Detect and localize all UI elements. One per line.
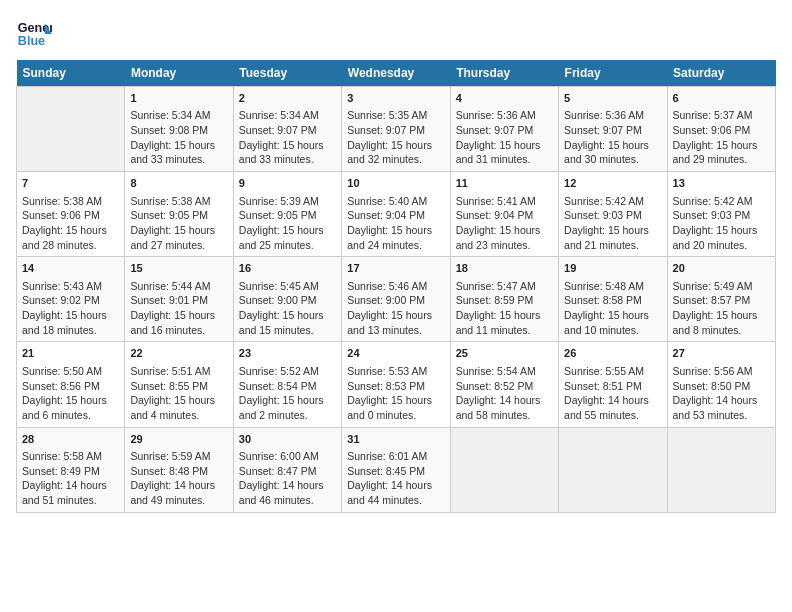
calendar-cell: 18Sunrise: 5:47 AM Sunset: 8:59 PM Dayli… bbox=[450, 257, 558, 342]
day-info: Sunrise: 5:43 AM Sunset: 9:02 PM Dayligh… bbox=[22, 279, 119, 338]
day-info: Sunrise: 5:49 AM Sunset: 8:57 PM Dayligh… bbox=[673, 279, 770, 338]
day-info: Sunrise: 6:01 AM Sunset: 8:45 PM Dayligh… bbox=[347, 449, 444, 508]
day-number: 7 bbox=[22, 176, 119, 191]
day-number: 3 bbox=[347, 91, 444, 106]
col-header-friday: Friday bbox=[559, 60, 667, 87]
day-info: Sunrise: 5:42 AM Sunset: 9:03 PM Dayligh… bbox=[673, 194, 770, 253]
day-number: 9 bbox=[239, 176, 336, 191]
day-info: Sunrise: 5:47 AM Sunset: 8:59 PM Dayligh… bbox=[456, 279, 553, 338]
calendar-cell: 30Sunrise: 6:00 AM Sunset: 8:47 PM Dayli… bbox=[233, 427, 341, 512]
day-number: 10 bbox=[347, 176, 444, 191]
page-header: General Blue bbox=[16, 16, 776, 52]
day-number: 30 bbox=[239, 432, 336, 447]
day-info: Sunrise: 5:54 AM Sunset: 8:52 PM Dayligh… bbox=[456, 364, 553, 423]
calendar-cell bbox=[450, 427, 558, 512]
day-info: Sunrise: 5:45 AM Sunset: 9:00 PM Dayligh… bbox=[239, 279, 336, 338]
calendar-cell: 10Sunrise: 5:40 AM Sunset: 9:04 PM Dayli… bbox=[342, 172, 450, 257]
calendar-cell: 17Sunrise: 5:46 AM Sunset: 9:00 PM Dayli… bbox=[342, 257, 450, 342]
calendar-cell: 29Sunrise: 5:59 AM Sunset: 8:48 PM Dayli… bbox=[125, 427, 233, 512]
day-info: Sunrise: 5:46 AM Sunset: 9:00 PM Dayligh… bbox=[347, 279, 444, 338]
calendar-cell: 24Sunrise: 5:53 AM Sunset: 8:53 PM Dayli… bbox=[342, 342, 450, 427]
day-number: 19 bbox=[564, 261, 661, 276]
col-header-sunday: Sunday bbox=[17, 60, 125, 87]
day-info: Sunrise: 5:55 AM Sunset: 8:51 PM Dayligh… bbox=[564, 364, 661, 423]
day-info: Sunrise: 5:34 AM Sunset: 9:07 PM Dayligh… bbox=[239, 108, 336, 167]
col-header-saturday: Saturday bbox=[667, 60, 775, 87]
calendar-table: SundayMondayTuesdayWednesdayThursdayFrid… bbox=[16, 60, 776, 513]
day-info: Sunrise: 5:37 AM Sunset: 9:06 PM Dayligh… bbox=[673, 108, 770, 167]
calendar-cell: 6Sunrise: 5:37 AM Sunset: 9:06 PM Daylig… bbox=[667, 87, 775, 172]
day-number: 14 bbox=[22, 261, 119, 276]
day-number: 2 bbox=[239, 91, 336, 106]
day-info: Sunrise: 5:50 AM Sunset: 8:56 PM Dayligh… bbox=[22, 364, 119, 423]
calendar-cell: 4Sunrise: 5:36 AM Sunset: 9:07 PM Daylig… bbox=[450, 87, 558, 172]
calendar-cell: 20Sunrise: 5:49 AM Sunset: 8:57 PM Dayli… bbox=[667, 257, 775, 342]
day-number: 4 bbox=[456, 91, 553, 106]
day-number: 18 bbox=[456, 261, 553, 276]
day-number: 6 bbox=[673, 91, 770, 106]
day-number: 25 bbox=[456, 346, 553, 361]
calendar-cell: 25Sunrise: 5:54 AM Sunset: 8:52 PM Dayli… bbox=[450, 342, 558, 427]
day-number: 15 bbox=[130, 261, 227, 276]
calendar-cell: 21Sunrise: 5:50 AM Sunset: 8:56 PM Dayli… bbox=[17, 342, 125, 427]
col-header-monday: Monday bbox=[125, 60, 233, 87]
calendar-cell: 1Sunrise: 5:34 AM Sunset: 9:08 PM Daylig… bbox=[125, 87, 233, 172]
calendar-cell: 5Sunrise: 5:36 AM Sunset: 9:07 PM Daylig… bbox=[559, 87, 667, 172]
col-header-tuesday: Tuesday bbox=[233, 60, 341, 87]
day-info: Sunrise: 5:34 AM Sunset: 9:08 PM Dayligh… bbox=[130, 108, 227, 167]
day-info: Sunrise: 5:36 AM Sunset: 9:07 PM Dayligh… bbox=[564, 108, 661, 167]
calendar-cell bbox=[667, 427, 775, 512]
day-info: Sunrise: 5:52 AM Sunset: 8:54 PM Dayligh… bbox=[239, 364, 336, 423]
day-number: 28 bbox=[22, 432, 119, 447]
day-info: Sunrise: 5:56 AM Sunset: 8:50 PM Dayligh… bbox=[673, 364, 770, 423]
calendar-cell: 27Sunrise: 5:56 AM Sunset: 8:50 PM Dayli… bbox=[667, 342, 775, 427]
day-info: Sunrise: 5:51 AM Sunset: 8:55 PM Dayligh… bbox=[130, 364, 227, 423]
day-number: 5 bbox=[564, 91, 661, 106]
calendar-cell bbox=[559, 427, 667, 512]
day-number: 23 bbox=[239, 346, 336, 361]
day-info: Sunrise: 5:41 AM Sunset: 9:04 PM Dayligh… bbox=[456, 194, 553, 253]
calendar-cell: 28Sunrise: 5:58 AM Sunset: 8:49 PM Dayli… bbox=[17, 427, 125, 512]
calendar-cell: 8Sunrise: 5:38 AM Sunset: 9:05 PM Daylig… bbox=[125, 172, 233, 257]
calendar-cell: 2Sunrise: 5:34 AM Sunset: 9:07 PM Daylig… bbox=[233, 87, 341, 172]
day-info: Sunrise: 5:44 AM Sunset: 9:01 PM Dayligh… bbox=[130, 279, 227, 338]
day-number: 20 bbox=[673, 261, 770, 276]
svg-text:Blue: Blue bbox=[18, 34, 45, 48]
day-info: Sunrise: 5:38 AM Sunset: 9:06 PM Dayligh… bbox=[22, 194, 119, 253]
logo-icon: General Blue bbox=[16, 16, 52, 52]
calendar-cell: 12Sunrise: 5:42 AM Sunset: 9:03 PM Dayli… bbox=[559, 172, 667, 257]
day-number: 29 bbox=[130, 432, 227, 447]
day-number: 13 bbox=[673, 176, 770, 191]
day-number: 8 bbox=[130, 176, 227, 191]
col-header-thursday: Thursday bbox=[450, 60, 558, 87]
calendar-cell: 31Sunrise: 6:01 AM Sunset: 8:45 PM Dayli… bbox=[342, 427, 450, 512]
day-number: 12 bbox=[564, 176, 661, 191]
logo: General Blue bbox=[16, 16, 52, 52]
day-number: 26 bbox=[564, 346, 661, 361]
calendar-cell bbox=[17, 87, 125, 172]
day-number: 1 bbox=[130, 91, 227, 106]
col-header-wednesday: Wednesday bbox=[342, 60, 450, 87]
calendar-cell: 9Sunrise: 5:39 AM Sunset: 9:05 PM Daylig… bbox=[233, 172, 341, 257]
day-info: Sunrise: 5:38 AM Sunset: 9:05 PM Dayligh… bbox=[130, 194, 227, 253]
calendar-cell: 16Sunrise: 5:45 AM Sunset: 9:00 PM Dayli… bbox=[233, 257, 341, 342]
day-info: Sunrise: 5:42 AM Sunset: 9:03 PM Dayligh… bbox=[564, 194, 661, 253]
day-number: 27 bbox=[673, 346, 770, 361]
day-number: 17 bbox=[347, 261, 444, 276]
day-number: 22 bbox=[130, 346, 227, 361]
day-info: Sunrise: 5:53 AM Sunset: 8:53 PM Dayligh… bbox=[347, 364, 444, 423]
calendar-cell: 15Sunrise: 5:44 AM Sunset: 9:01 PM Dayli… bbox=[125, 257, 233, 342]
day-info: Sunrise: 5:35 AM Sunset: 9:07 PM Dayligh… bbox=[347, 108, 444, 167]
day-number: 24 bbox=[347, 346, 444, 361]
calendar-cell: 13Sunrise: 5:42 AM Sunset: 9:03 PM Dayli… bbox=[667, 172, 775, 257]
day-info: Sunrise: 5:39 AM Sunset: 9:05 PM Dayligh… bbox=[239, 194, 336, 253]
calendar-cell: 14Sunrise: 5:43 AM Sunset: 9:02 PM Dayli… bbox=[17, 257, 125, 342]
day-info: Sunrise: 6:00 AM Sunset: 8:47 PM Dayligh… bbox=[239, 449, 336, 508]
day-number: 11 bbox=[456, 176, 553, 191]
day-info: Sunrise: 5:36 AM Sunset: 9:07 PM Dayligh… bbox=[456, 108, 553, 167]
day-number: 31 bbox=[347, 432, 444, 447]
day-info: Sunrise: 5:59 AM Sunset: 8:48 PM Dayligh… bbox=[130, 449, 227, 508]
day-number: 16 bbox=[239, 261, 336, 276]
calendar-cell: 11Sunrise: 5:41 AM Sunset: 9:04 PM Dayli… bbox=[450, 172, 558, 257]
day-info: Sunrise: 5:48 AM Sunset: 8:58 PM Dayligh… bbox=[564, 279, 661, 338]
